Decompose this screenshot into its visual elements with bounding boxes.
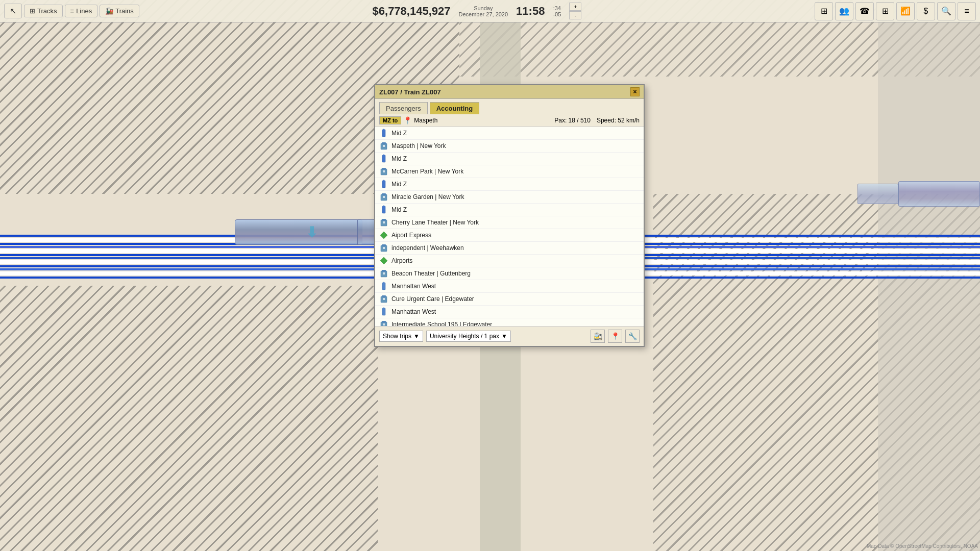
svg-rect-8 xyxy=(382,168,386,170)
slow-down-button[interactable]: - xyxy=(569,11,581,19)
station-row[interactable]: Miracle Garden | New York xyxy=(375,191,644,204)
station-name: Maspeth | New York xyxy=(391,142,640,149)
modal-tabs: Passengers Accounting xyxy=(375,99,644,114)
modal-title: ZL007 / Train ZL007 xyxy=(379,88,441,96)
train-car-right-1 xyxy=(898,181,980,207)
map-button[interactable]: ⊞ xyxy=(876,2,894,20)
svg-rect-32 xyxy=(383,298,385,300)
tracks-button[interactable]: ⊞ Tracks xyxy=(24,5,63,17)
train-modal: ZL007 / Train ZL007 × Passengers Account… xyxy=(374,84,645,347)
lines-button[interactable]: ≡ Lines xyxy=(65,5,98,17)
tools-button[interactable]: 🔧 xyxy=(625,330,640,343)
phone-button[interactable]: ☎ xyxy=(855,2,874,20)
station-row[interactable]: independent | Weehawken xyxy=(375,242,644,255)
time-sub1: :34 xyxy=(553,5,561,11)
station-row[interactable]: Mid Z xyxy=(375,127,644,140)
pointer-tool-button[interactable]: ↖ xyxy=(4,4,22,18)
passengers-button[interactable]: 👥 xyxy=(835,2,853,20)
watermark-icon: ⬇ xyxy=(286,224,337,240)
station-name: Cherry Lane Theater | New York xyxy=(391,219,640,226)
station-row[interactable]: Mid Z xyxy=(375,178,644,191)
svg-marker-20 xyxy=(380,232,387,239)
station-name: Mid Z xyxy=(391,181,640,188)
pax-info: Pax: 18 / 510 xyxy=(554,117,591,124)
svg-rect-22 xyxy=(382,244,386,246)
station-name: Manhattan West xyxy=(391,308,640,315)
svg-rect-23 xyxy=(383,247,385,249)
station-type-icon xyxy=(379,307,388,316)
svg-rect-19 xyxy=(383,221,385,223)
svg-rect-3 xyxy=(382,142,386,144)
grid-view-button[interactable]: ⊞ xyxy=(815,2,833,20)
money-display: $6,778,145,927 xyxy=(373,5,451,18)
signal-button[interactable]: 📶 xyxy=(896,2,915,20)
station-row[interactable]: Aiport Express xyxy=(375,229,644,242)
station-name: Mid Z xyxy=(391,206,640,213)
station-name: McCarren Park | New York xyxy=(391,168,640,175)
destination-pin-icon: 📍 xyxy=(403,116,412,124)
station-row[interactable]: Mid Z xyxy=(375,204,644,216)
svg-rect-9 xyxy=(383,170,385,172)
svg-rect-27 xyxy=(383,272,385,274)
modal-title-bar: ZL007 / Train ZL007 × xyxy=(375,85,644,99)
station-type-icon xyxy=(379,167,388,176)
show-trips-label: Show trips xyxy=(383,333,411,340)
destination-filter-chevron-icon: ▼ xyxy=(501,333,507,340)
map-pin-button[interactable]: 📍 xyxy=(608,330,622,343)
trains-button[interactable]: 🚂 Trains xyxy=(100,5,139,17)
station-row[interactable]: Cherry Lane Theater | New York xyxy=(375,216,644,229)
svg-rect-14 xyxy=(383,196,385,198)
tracks-icon: ⊞ xyxy=(30,7,35,15)
speed-up-button[interactable]: + xyxy=(569,3,581,11)
station-row[interactable]: Beacon Theater | Guttenberg xyxy=(375,267,644,280)
right-toolbar: ⊞ 👥 ☎ ⊞ 📶 $ 🔍 ≡ xyxy=(815,2,976,20)
search-button[interactable]: 🔍 xyxy=(937,2,955,20)
svg-rect-5 xyxy=(382,155,385,162)
station-name: Mid Z xyxy=(391,130,640,137)
speed-info: Speed: 52 km/h xyxy=(597,117,640,124)
station-row[interactable]: Mid Z xyxy=(375,153,644,165)
trains-label: Trains xyxy=(115,7,134,15)
station-type-icon xyxy=(379,294,388,304)
station-type-icon xyxy=(379,218,388,227)
station-row[interactable]: Intermediate School 195 | Edgewater xyxy=(375,318,644,326)
station-type-icon xyxy=(379,154,388,163)
finance-button[interactable]: $ xyxy=(917,2,935,20)
destination-name: Maspeth xyxy=(414,117,437,124)
main-toolbar: ↖ ⊞ Tracks ≡ Lines 🚂 Trains $6,778,145,9… xyxy=(0,0,980,22)
pointer-icon: ↖ xyxy=(10,6,16,16)
svg-rect-31 xyxy=(382,295,386,297)
station-name: Aiport Express xyxy=(391,232,640,239)
station-row[interactable]: Cure Urgent Care | Edgewater xyxy=(375,293,644,306)
svg-marker-24 xyxy=(380,257,387,264)
route-badge: MZ to xyxy=(379,116,401,124)
svg-rect-15 xyxy=(382,206,385,213)
station-name: Airports xyxy=(391,257,640,264)
station-row[interactable]: Manhattan West xyxy=(375,306,644,318)
station-type-icon xyxy=(379,180,388,189)
station-row[interactable]: McCarren Park | New York xyxy=(375,165,644,178)
tab-passengers-button[interactable]: Passengers xyxy=(379,102,428,114)
tracks-label: Tracks xyxy=(37,7,57,15)
station-list: Mid Z Maspeth | New York Mid Z McCarren … xyxy=(375,127,644,326)
station-name: Cure Urgent Care | Edgewater xyxy=(391,295,640,303)
station-name: Intermediate School 195 | Edgewater xyxy=(391,321,640,326)
svg-rect-4 xyxy=(383,145,385,147)
svg-rect-13 xyxy=(382,193,386,195)
svg-rect-36 xyxy=(382,321,386,323)
station-type-icon xyxy=(379,256,388,265)
station-row[interactable]: Maspeth | New York xyxy=(375,140,644,153)
menu-button[interactable]: ≡ xyxy=(958,2,976,20)
trains-icon: 🚂 xyxy=(105,7,113,15)
tab-accounting-button[interactable]: Accounting xyxy=(430,102,480,114)
time-sub2: -05 xyxy=(553,11,561,17)
station-row[interactable]: Airports xyxy=(375,255,644,267)
modal-close-button[interactable]: × xyxy=(630,87,640,96)
show-trips-dropdown[interactable]: Show trips ▼ xyxy=(379,331,423,342)
destination-filter-dropdown[interactable]: University Heights / 1 pax ▼ xyxy=(426,331,511,342)
svg-rect-37 xyxy=(383,323,385,325)
station-row[interactable]: Manhattan West xyxy=(375,280,644,293)
station-icon-button[interactable]: 🚉 xyxy=(591,330,605,343)
station-name: Mid Z xyxy=(391,155,640,162)
lines-icon: ≡ xyxy=(70,7,75,15)
